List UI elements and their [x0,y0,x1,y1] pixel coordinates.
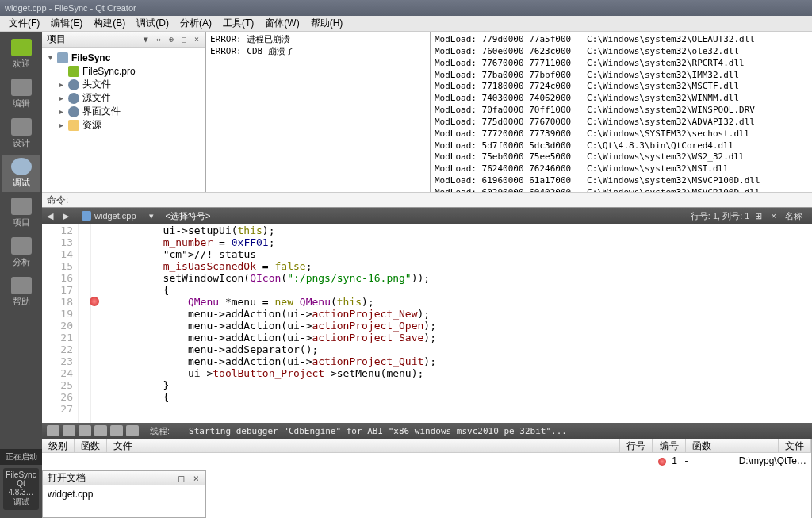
code-editor[interactable]: 12131415161718192021222324252627 ui->set… [42,224,812,423]
qt-icon [11,39,32,56]
debugger-log: ModLoad: 779d0000 77a5f000 C:\Windows\sy… [431,32,812,192]
mode-edit[interactable]: 编辑 [2,75,40,113]
menu-debug[interactable]: 调试(D) [131,15,174,32]
menu-file[interactable]: 文件(F) [3,15,45,32]
menu-analyze[interactable]: 分析(A) [174,15,217,32]
cursor-position: 行号: 1, 列号: 1 [691,211,750,221]
editor-file-tab[interactable]: widget.cpp [74,211,144,221]
close-editor-icon[interactable]: × [768,211,779,221]
kit-selector[interactable]: FileSync Qt 4.8.3… 调试 [3,468,39,510]
debug-icon [11,158,32,175]
tab-dropdown-icon[interactable]: ▾ [144,211,159,221]
projects-icon [11,198,32,215]
cpp-file-icon [82,211,91,221]
bp-col-file[interactable]: 文件 [779,439,811,452]
breakpoints-panel: 编号 函数 文件 1 - D:\mypg\QtTe… [653,439,812,518]
symbol-selector[interactable]: <选择符号> [159,210,217,222]
step-over-button[interactable] [79,425,91,436]
tree-row[interactable]: ▸源文件 [44,91,204,105]
window-titlebar: widget.cpp - FileSync - Qt Creator [0,0,812,16]
project-panel-tools[interactable]: ▼ ↔ ⊕ □ × [144,35,201,44]
stack-col-line[interactable]: 行号 [620,439,653,452]
menu-help[interactable]: 帮助(H) [305,15,349,32]
project-panel-header: 项目 ▼ ↔ ⊕ □ × [42,32,205,48]
thread-label: 线程: [150,425,170,437]
stop-button[interactable] [63,425,75,436]
line-number-gutter: 12131415161718192021222324252627 [42,224,79,423]
open-documents-panel: 打开文档 □ × widget.cpp [42,470,206,518]
debugger-status: Starting debugger "CdbEngine" for ABI "x… [189,426,567,436]
analyze-icon [11,237,32,255]
mode-projects[interactable]: 项目 [2,194,40,232]
tree-row[interactable]: ▸头文件 [44,78,204,91]
open-docs-tools[interactable]: □ × [178,473,201,484]
bp-row[interactable]: 1 - D:\mypg\QtTe… [653,453,811,518]
menu-tools[interactable]: 工具(T) [217,15,259,32]
bp-col-num[interactable]: 编号 [653,439,686,452]
run-status: 正在启动 [0,449,42,465]
tree-row[interactable]: ▸资源 [44,118,204,132]
menubar: 文件(F) 编辑(E) 构建(B) 调试(D) 分析(A) 工具(T) 窗体(W… [0,16,812,32]
pause-button[interactable] [47,425,59,436]
code-text[interactable]: ui->setupUi(this); m_number = 0xFF01; "c… [91,224,812,423]
project-tree[interactable]: ▾FileSyncFileSync.pro▸头文件▸源文件▸界面文件▸资源 [42,48,205,192]
error-output: ERROR: 进程已崩溃 ERROR: CDB 崩溃了 [206,32,431,192]
menu-window[interactable]: 窗体(W) [259,15,304,32]
bp-col-func[interactable]: 函数 [686,439,779,452]
stack-col-func[interactable]: 函数 [75,439,107,452]
menu-build[interactable]: 构建(B) [88,15,131,32]
step-into-button[interactable] [94,425,107,436]
stack-col-file[interactable]: 文件 [107,439,620,452]
split-icon[interactable]: ⊞ [752,211,765,221]
project-panel-title: 项目 [47,33,66,46]
editor-tabbar: ◀ ▶ widget.cpp ▾ <选择符号> 行号: 1, 列号: 1 ⊞ ×… [42,208,812,224]
restart-button[interactable] [126,425,139,436]
mode-welcome[interactable]: 欢迎 [2,36,40,73]
help-icon [11,277,32,294]
mode-analyze[interactable]: 分析 [2,234,40,271]
tree-row[interactable]: ▾FileSync [44,51,204,64]
design-icon [11,118,32,136]
menu-edit[interactable]: 编辑(E) [45,15,88,32]
tree-row[interactable]: FileSync.pro [44,64,204,78]
mode-help[interactable]: 帮助 [2,274,40,311]
more-editor-icon[interactable]: 名称 [782,211,806,221]
command-label: 命令: [47,194,68,207]
debug-toolbar: 线程: Starting debugger "CdbEngine" for AB… [42,423,812,439]
tree-row[interactable]: ▸界面文件 [44,105,204,118]
project-panel: 项目 ▼ ↔ ⊕ □ × ▾FileSyncFileSync.pro▸头文件▸源… [42,32,206,192]
breakpoint-icon [658,458,666,466]
stack-col-level[interactable]: 级别 [42,439,75,452]
nav-back-icon[interactable]: ◀ [42,211,58,221]
window-title: widget.cpp - FileSync - Qt Creator [5,3,136,13]
mode-design[interactable]: 设计 [2,115,40,152]
open-docs-title: 打开文档 [48,471,86,485]
mode-debug[interactable]: 调试 [2,155,40,192]
edit-icon [11,79,32,96]
breakpoint-marker-icon[interactable] [90,297,99,306]
mode-sidebar: 欢迎 编辑 设计 调试 项目 分析 帮助 正在启动 FileSync Qt 4.… [0,32,42,518]
open-doc-item[interactable]: widget.cpp [48,489,201,500]
step-out-button[interactable] [110,425,123,436]
nav-fwd-icon[interactable]: ▶ [58,211,74,221]
